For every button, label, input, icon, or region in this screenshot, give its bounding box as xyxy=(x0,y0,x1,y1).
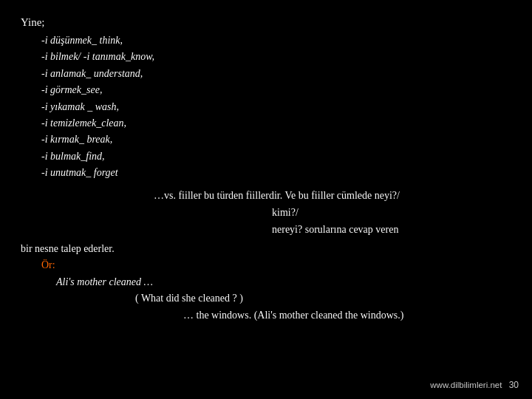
list-item: -i bilmek/ -i tanımak_know, xyxy=(41,49,511,65)
what-line: ( What did she cleaned ? ) xyxy=(21,290,511,307)
bottom-text: bir nesne talep ederler. xyxy=(21,241,511,257)
list-item: -i unutmak_ forget xyxy=(41,165,511,181)
right-block: kimi?/ nereyi? sorularına cevap veren xyxy=(21,204,511,238)
bottom-block: bir nesne talep ederler. Ör: Ali's mothe… xyxy=(21,241,511,324)
watermark: www.dilbilimleri.net 30 xyxy=(430,380,519,390)
windows-line: … the windows. (Ali's mother cleaned the… xyxy=(21,307,511,324)
vs-line: …vs. fiiller bu türden fiillerdir. Ve bu… xyxy=(21,188,511,204)
list-item: -i bulmak_find, xyxy=(41,149,511,165)
list-item: -i düşünmek_ think, xyxy=(41,33,511,49)
list-item: -i temizlemek_clean, xyxy=(41,115,511,132)
list-item: -i anlamak_ understand, xyxy=(41,66,511,82)
or-label: Ör: xyxy=(41,257,511,273)
list-item: -i kırmak_ break, xyxy=(41,132,511,148)
list-item: -i yıkamak _ wash, xyxy=(41,99,511,115)
main-content: Yine; -i düşünmek_ think, -i bilmek/ -i … xyxy=(0,0,532,337)
page-number: 30 xyxy=(509,380,519,390)
list-container: -i düşünmek_ think, -i bilmek/ -i tanıma… xyxy=(21,33,511,182)
heading: Yine; xyxy=(21,13,511,31)
nereyi-line: nereyi? sorularına cevap veren xyxy=(272,221,511,238)
kimi-line: kimi?/ xyxy=(272,204,511,221)
list-item: -i görmek_see, xyxy=(41,82,511,98)
ali-line: Ali's mother cleaned … xyxy=(56,274,511,290)
